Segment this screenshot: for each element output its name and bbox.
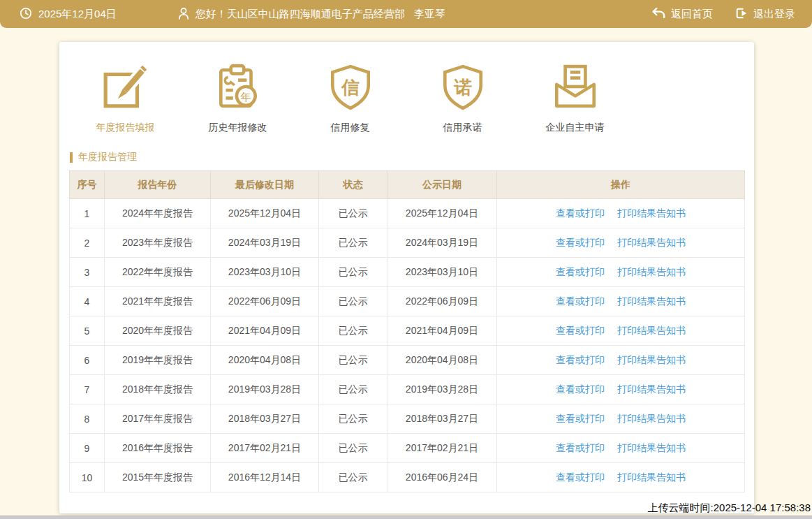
status-cell: 已公示 [319, 463, 387, 492]
nav-label-credit-promise: 信用承诺 [443, 122, 482, 134]
published-date-cell: 2021年04月09日 [387, 316, 497, 346]
status-cell: 已公示 [319, 434, 387, 463]
modified-date-cell: 2016年12月14日 [211, 463, 319, 492]
view-print-link[interactable]: 查看或打印 [556, 354, 605, 365]
year-cell: 2022年年度报告 [105, 258, 211, 287]
table-row: 9 2016年年度报告 2017年02月21日 已公示 2017年02月21日 … [70, 434, 745, 463]
nav-label-self-apply: 企业自主申请 [546, 122, 605, 134]
status-cell: 已公示 [319, 316, 387, 346]
year-cell: 2019年年度报告 [105, 346, 211, 375]
print-notice-link[interactable]: 打印结果告知书 [617, 237, 686, 248]
published-date-cell: 2023年03月10日 [387, 258, 497, 287]
year-cell: 2017年年度报告 [105, 404, 211, 434]
view-print-link[interactable]: 查看或打印 [556, 383, 605, 395]
nav-item-credit-promise[interactable]: 诺 信用承诺 [406, 63, 519, 134]
top-bar: 2025年12月04日 您好！天山区中山路四海顺通电子产品经营部 李亚琴 返回首… [0, 0, 812, 28]
report-table-body: 1 2024年年度报告 2025年12月04日 已公示 2025年12月04日 … [70, 199, 745, 492]
view-print-link[interactable]: 查看或打印 [556, 413, 605, 424]
published-date-cell: 2016年06月24日 [387, 463, 497, 492]
horizontal-scrollbar[interactable] [0, 516, 812, 519]
col-header-seq: 序号 [70, 171, 105, 199]
modified-date-cell: 2022年06月09日 [211, 287, 319, 316]
nav-label-history-report-edit: 历史年报修改 [209, 122, 267, 134]
self-apply-envelope-icon [551, 63, 600, 115]
year-cell: 2020年年度报告 [105, 316, 211, 346]
report-fill-icon [101, 63, 150, 115]
print-notice-link[interactable]: 打印结果告知书 [617, 442, 686, 453]
status-cell: 已公示 [319, 287, 387, 316]
modified-date-cell: 2020年04月08日 [211, 346, 319, 375]
year-cell: 2023年年度报告 [105, 228, 211, 258]
seq-cell: 6 [70, 346, 105, 375]
actions-cell: 查看或打印 打印结果告知书 [497, 316, 745, 346]
logout-label: 退出登录 [753, 8, 795, 21]
col-header-status: 状态 [319, 171, 387, 199]
year-cell: 2016年年度报告 [105, 434, 211, 463]
published-date-cell: 2018年03月27日 [387, 404, 497, 434]
modified-date-cell: 2019年03月28日 [211, 375, 319, 404]
table-row: 1 2024年年度报告 2025年12月04日 已公示 2025年12月04日 … [70, 199, 745, 228]
view-print-link[interactable]: 查看或打印 [556, 472, 605, 483]
view-print-link[interactable]: 查看或打印 [556, 295, 605, 307]
col-header-year: 报告年份 [105, 171, 211, 199]
seq-cell: 10 [70, 463, 105, 492]
nav-item-credit-repair[interactable]: 信 信用修复 [294, 63, 406, 134]
nav-item-annual-report-fill[interactable]: 年度报告填报 [69, 63, 182, 134]
published-date-cell: 2025年12月04日 [387, 199, 497, 228]
logout-button[interactable]: 退出登录 [735, 7, 795, 22]
view-print-link[interactable]: 查看或打印 [556, 207, 605, 219]
print-notice-link[interactable]: 打印结果告知书 [617, 295, 686, 307]
seq-cell: 5 [70, 316, 105, 346]
greeting-group: 您好！天山区中山路四海顺通电子产品经营部 李亚琴 [178, 7, 445, 22]
status-cell: 已公示 [319, 346, 387, 375]
print-notice-link[interactable]: 打印结果告知书 [617, 413, 686, 424]
user-icon [178, 7, 189, 22]
year-cell: 2018年年度报告 [105, 375, 211, 404]
published-date-cell: 2024年03月19日 [387, 228, 497, 258]
print-notice-link[interactable]: 打印结果告知书 [617, 383, 686, 395]
view-print-link[interactable]: 查看或打印 [556, 442, 605, 453]
clock-icon [20, 7, 32, 22]
view-print-link[interactable]: 查看或打印 [556, 266, 605, 277]
modified-date-cell: 2018年03月27日 [211, 404, 319, 434]
seq-cell: 8 [70, 404, 105, 434]
year-cell: 2024年年度报告 [105, 199, 211, 228]
modified-date-cell: 2025年12月04日 [211, 199, 319, 228]
nav-label-annual-report-fill: 年度报告填报 [96, 122, 155, 134]
table-row: 3 2022年年度报告 2023年03月10日 已公示 2023年03月10日 … [70, 258, 745, 287]
print-notice-link[interactable]: 打印结果告知书 [617, 354, 686, 365]
seq-cell: 1 [70, 199, 105, 228]
seq-cell: 9 [70, 434, 105, 463]
print-notice-link[interactable]: 打印结果告知书 [617, 207, 686, 219]
year-cell: 2021年年度报告 [105, 287, 211, 316]
annual-report-table: 序号 报告年份 最后修改日期 状态 公示日期 操作 1 2024年年度报告 20… [69, 170, 745, 492]
section-header: 年度报告管理 [70, 151, 744, 163]
published-date-cell: 2022年06月09日 [387, 287, 497, 316]
print-notice-link[interactable]: 打印结果告知书 [617, 266, 686, 277]
print-notice-link[interactable]: 打印结果告知书 [617, 472, 686, 483]
table-row: 4 2021年年度报告 2022年06月09日 已公示 2022年06月09日 … [70, 287, 745, 316]
status-cell: 已公示 [319, 258, 387, 287]
actions-cell: 查看或打印 打印结果告知书 [497, 228, 745, 258]
logout-icon [735, 7, 748, 22]
modified-date-cell: 2024年03月19日 [211, 228, 319, 258]
history-report-icon: 年 [214, 63, 263, 115]
svg-text:信: 信 [340, 78, 360, 97]
print-notice-link[interactable]: 打印结果告知书 [617, 325, 686, 336]
modified-date-cell: 2023年03月10日 [211, 258, 319, 287]
status-cell: 已公示 [319, 199, 387, 228]
actions-cell: 查看或打印 打印结果告知书 [497, 463, 745, 492]
actions-cell: 查看或打印 打印结果告知书 [497, 199, 745, 228]
year-cell: 2015年年度报告 [105, 463, 211, 492]
view-print-link[interactable]: 查看或打印 [556, 237, 605, 248]
nav-label-credit-repair: 信用修复 [331, 122, 370, 134]
back-home-button[interactable]: 返回首页 [651, 7, 713, 21]
section-accent-bar [70, 152, 73, 163]
nav-item-self-apply[interactable]: 企业自主申请 [519, 63, 631, 134]
nav-item-history-report-edit[interactable]: 年 历史年报修改 [182, 63, 294, 134]
status-cell: 已公示 [319, 404, 387, 434]
view-print-link[interactable]: 查看或打印 [556, 325, 605, 336]
svg-text:年: 年 [239, 91, 251, 103]
table-row: 8 2017年年度报告 2018年03月27日 已公示 2018年03月27日 … [70, 404, 745, 434]
actions-cell: 查看或打印 打印结果告知书 [497, 346, 745, 375]
